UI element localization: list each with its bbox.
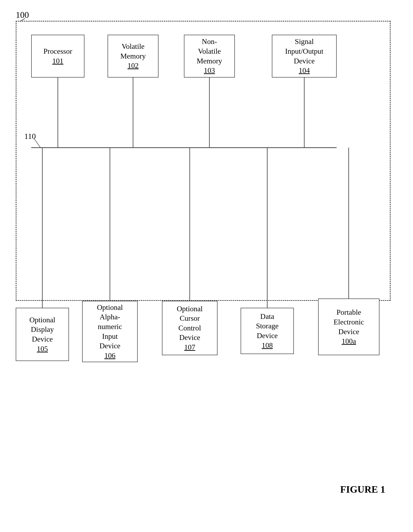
volatile-memory-title: VolatileMemory (120, 42, 146, 61)
nonvolatile-memory-id: 103 (204, 66, 215, 76)
display-device-id: 105 (37, 344, 48, 354)
data-storage-box: DataStorageDevice 108 (241, 308, 294, 354)
portable-device-title: PortableElectronicDevice (334, 308, 364, 336)
signal-io-id: 104 (299, 66, 310, 76)
main-diagram-label: 100 (16, 10, 29, 20)
volatile-memory-id: 102 (128, 61, 139, 71)
page-container: 100 Processor 101 Vo (0, 0, 413, 532)
figure-label: FIGURE 1 (340, 484, 385, 495)
portable-device-box: PortableElectronicDevice 100a (318, 298, 379, 355)
display-device-title: OptionalDisplayDevice (29, 315, 55, 344)
cursor-device-box: OptionalCursorControlDevice 107 (162, 301, 217, 355)
data-storage-id: 108 (262, 341, 273, 350)
processor-title: Processor (44, 47, 72, 56)
portable-device-id: 100a (341, 336, 356, 346)
volatile-memory-box: VolatileMemory 102 (108, 35, 159, 77)
processor-box: Processor 101 (31, 35, 84, 77)
display-device-box: OptionalDisplayDevice 105 (16, 308, 69, 361)
signal-io-box: SignalInput/OutputDevice 104 (272, 35, 337, 77)
alphanumeric-device-title: OptionalAlpha-numericInputDevice (97, 303, 123, 351)
cursor-device-id: 107 (184, 342, 195, 352)
data-storage-title: DataStorageDevice (256, 312, 279, 341)
alphanumeric-device-id: 106 (104, 351, 115, 361)
alphanumeric-device-box: OptionalAlpha-numericInputDevice 106 (82, 301, 138, 362)
bus-label: 110 (24, 132, 36, 141)
signal-io-title: SignalInput/OutputDevice (285, 37, 323, 66)
nonvolatile-memory-title: Non-VolatileMemory (197, 37, 222, 66)
processor-id: 101 (52, 56, 63, 66)
cursor-device-title: OptionalCursorControlDevice (177, 304, 203, 342)
nonvolatile-memory-box: Non-VolatileMemory 103 (184, 35, 235, 77)
